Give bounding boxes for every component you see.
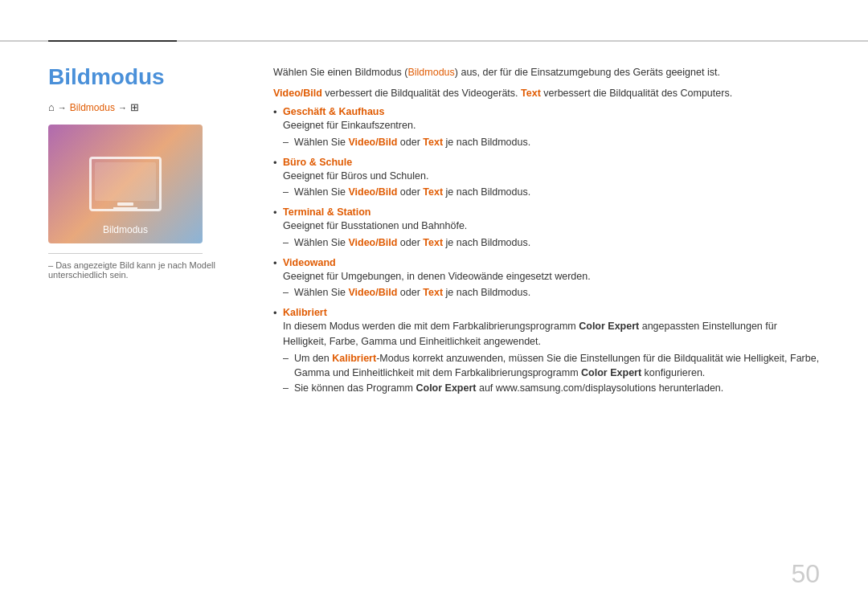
video-bild-ref: Video/Bild: [348, 137, 397, 148]
intro-line2: Video/Bild verbessert die Bildqualität d…: [273, 85, 820, 101]
item-desc-5: In diesem Modus werden die mit dem Farbk…: [283, 321, 777, 347]
top-rule-accent: [48, 40, 177, 42]
content-area: Bildmodus ⌂ → Bildmodus → ⊞ Bildmodus: [48, 64, 820, 403]
item-title-4: Videowand: [283, 257, 820, 268]
breadcrumb-arrow-2: →: [118, 103, 127, 112]
breadcrumb-link[interactable]: Bildmodus: [70, 102, 115, 113]
list-item: Videowand Geeignet für Umgebungen, in de…: [273, 257, 820, 301]
sub-item: Wählen Sie Video/Bild oder Text je nach …: [283, 235, 820, 251]
sub-item: Wählen Sie Video/Bild oder Text je nach …: [283, 185, 820, 200]
monitor-bottom-rule: [48, 253, 203, 254]
sub-item: Wählen Sie Video/Bild oder Text je nach …: [283, 285, 820, 300]
home-icon: ⌂: [48, 101, 55, 113]
item-desc-4: Geeignet für Umgebungen, in denen Videow…: [283, 271, 591, 282]
text-link1: Text: [521, 88, 541, 99]
monitor-stand: [117, 202, 133, 206]
sub-item: Sie können das Programm Color Expert auf…: [283, 381, 820, 396]
monitor-bg: Bildmodus: [48, 125, 203, 243]
video-bild-ref: Video/Bild: [348, 237, 397, 248]
list-item: Geschäft & Kaufhaus Geeignet für Einkauf…: [273, 106, 820, 150]
kalibriert-ref: Kalibriert: [332, 353, 376, 364]
breadcrumb: ⌂ → Bildmodus → ⊞: [48, 101, 241, 113]
text-ref: Text: [423, 186, 443, 198]
page-number: 50: [791, 559, 820, 589]
sub-list-2: Wählen Sie Video/Bild oder Text je nach …: [283, 185, 820, 200]
sub-item: Wählen Sie Video/Bild oder Text je nach …: [283, 135, 820, 150]
breadcrumb-icon: ⊞: [130, 101, 139, 113]
item-title-3: Terminal & Station: [283, 206, 820, 218]
video-bild-ref: Video/Bild: [348, 186, 397, 198]
monitor-frame: [89, 157, 162, 211]
item-desc-3: Geeignet für Busstationen und Bahnhöfe.: [283, 220, 467, 231]
intro-bildmodus-link: Bildmodus: [407, 67, 454, 78]
item-title-5: Kalibriert: [283, 307, 820, 318]
video-bild-link1: Video/Bild: [273, 88, 322, 99]
color-expert-bold: Color Expert: [581, 367, 641, 378]
sub-list-5: Um den Kalibriert-Modus korrekt anzuwend…: [283, 351, 820, 396]
item-desc-1: Geeignet für Einkaufszentren.: [283, 120, 416, 131]
item-title-2: Büro & Schule: [283, 157, 820, 168]
text-ref: Text: [423, 287, 443, 298]
sub-list-3: Wählen Sie Video/Bild oder Text je nach …: [283, 235, 820, 251]
bullet-list: Geschäft & Kaufhaus Geeignet für Einkauf…: [273, 106, 820, 396]
intro-line1: Wählen Sie einen Bildmodus (Bildmodus) a…: [273, 64, 820, 80]
color-expert-bold: Color Expert: [579, 321, 639, 332]
right-column: Wählen Sie einen Bildmodus (Bildmodus) a…: [273, 64, 820, 403]
breadcrumb-arrow-1: →: [58, 103, 67, 112]
list-item: Kalibriert In diesem Modus werden die mi…: [273, 307, 820, 396]
left-column: Bildmodus ⌂ → Bildmodus → ⊞ Bildmodus: [48, 64, 241, 403]
color-expert-bold: Color Expert: [416, 382, 476, 394]
page-container: Bildmodus ⌂ → Bildmodus → ⊞ Bildmodus: [0, 0, 868, 613]
list-item: Büro & Schule Geeignet für Büros und Sch…: [273, 157, 820, 201]
monitor-screen: [95, 162, 156, 201]
text-ref: Text: [423, 137, 443, 148]
monitor-foot: [113, 207, 137, 209]
text-ref: Text: [423, 237, 443, 248]
sub-list-1: Wählen Sie Video/Bild oder Text je nach …: [283, 135, 820, 150]
sub-list-4: Wählen Sie Video/Bild oder Text je nach …: [283, 285, 820, 300]
monitor-image: Bildmodus: [48, 125, 203, 243]
image-note: – Das angezeigte Bild kann je nach Model…: [48, 260, 241, 280]
video-bild-ref: Video/Bild: [348, 287, 397, 298]
item-title-1: Geschäft & Kaufhaus: [283, 106, 820, 117]
sub-item: Um den Kalibriert-Modus korrekt anzuwend…: [283, 351, 820, 382]
list-item: Terminal & Station Geeignet für Busstati…: [273, 206, 820, 251]
monitor-label: Bildmodus: [48, 224, 203, 235]
page-title: Bildmodus: [48, 64, 241, 90]
item-desc-2: Geeignet für Büros und Schulen.: [283, 170, 428, 182]
